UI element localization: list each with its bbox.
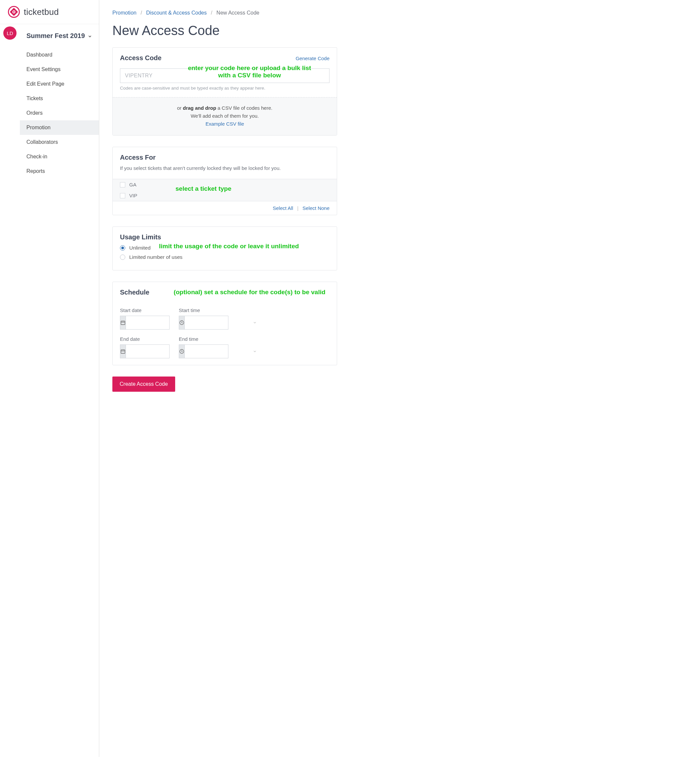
select-all-link[interactable]: Select All: [273, 205, 293, 211]
main-content: Promotion / Discount & Access Codes / Ne…: [99, 0, 350, 757]
calendar-icon: [120, 316, 126, 329]
annotation-schedule: (optional) set a schedule for the code(s…: [166, 289, 333, 296]
start-date-field: Start date: [120, 307, 170, 330]
nav-list: Dashboard Event Settings Edit Event Page…: [20, 45, 99, 180]
breadcrumb-promotion[interactable]: Promotion: [112, 10, 136, 16]
ticket-checkbox-ga[interactable]: [120, 182, 125, 188]
usage-radio-limited[interactable]: [120, 255, 125, 260]
chevron-down-icon: [253, 316, 257, 329]
calendar-icon: [120, 345, 126, 358]
example-csv-link[interactable]: Example CSV file: [206, 121, 244, 127]
page-title: New Access Code: [112, 23, 337, 38]
end-time-field: End time: [179, 336, 228, 358]
end-date-input-group[interactable]: [120, 344, 170, 358]
start-date-input-group[interactable]: [120, 316, 170, 330]
sidebar-item-edit-event-page[interactable]: Edit Event Page: [20, 77, 99, 91]
breadcrumb: Promotion / Discount & Access Codes / Ne…: [112, 10, 337, 16]
brand-row[interactable]: ticketbud: [0, 0, 99, 24]
clock-icon: [179, 316, 185, 329]
end-date-field: End date: [120, 336, 170, 358]
create-access-code-button[interactable]: Create Access Code: [112, 377, 175, 392]
sidebar-item-event-settings[interactable]: Event Settings: [20, 62, 99, 77]
select-bar: Select All | Select None: [113, 201, 337, 215]
usage-option-unlimited[interactable]: Unlimited: [120, 245, 330, 251]
start-time-input[interactable]: [185, 316, 253, 329]
sidebar-item-collaborators[interactable]: Collaborators: [20, 135, 99, 149]
schedule-heading: Schedule: [120, 289, 149, 296]
access-code-helper: Codes are case-sensitive and must be typ…: [120, 86, 330, 91]
event-name: Summer Fest 2019: [27, 31, 85, 40]
usage-radio-unlimited[interactable]: [120, 245, 125, 250]
access-code-input[interactable]: [120, 69, 330, 83]
breadcrumb-current: New Access Code: [217, 10, 259, 16]
usage-heading: Usage Limits: [120, 233, 330, 241]
access-code-card: Generate Code Access Code enter your cod…: [112, 47, 337, 136]
sidebar-item-check-in[interactable]: Check-in: [20, 149, 99, 164]
event-switcher[interactable]: Summer Fest 2019: [20, 24, 99, 45]
ticket-checkbox-vip[interactable]: [120, 193, 125, 198]
left-rail: LD: [0, 0, 20, 757]
sidebar-item-promotion[interactable]: Promotion: [20, 120, 99, 135]
end-time-input-group[interactable]: [179, 344, 228, 358]
access-for-subtext: If you select tickets that aren't curren…: [120, 165, 330, 171]
svg-point-3: [13, 11, 15, 13]
usage-limits-card: Usage Limits Unlimited Limited number of…: [112, 227, 337, 271]
csv-dropzone[interactable]: or drag and drop a CSV file of codes her…: [113, 97, 337, 135]
svg-rect-4: [121, 321, 125, 325]
sidebar-item-orders[interactable]: Orders: [20, 106, 99, 120]
sidebar-item-tickets[interactable]: Tickets: [20, 91, 99, 106]
chevron-down-icon: [88, 34, 92, 40]
schedule-card: Schedule (optional) set a schedule for t…: [112, 282, 337, 365]
chevron-down-icon: [253, 345, 257, 358]
svg-rect-9: [121, 350, 125, 353]
start-time-input-group[interactable]: [179, 316, 228, 330]
breadcrumb-discount-access[interactable]: Discount & Access Codes: [146, 10, 206, 16]
ticket-row-vip[interactable]: VIP: [113, 190, 337, 201]
usage-option-limited[interactable]: Limited number of uses: [120, 254, 330, 260]
ticket-row-ga[interactable]: GA: [113, 179, 337, 190]
select-none-link[interactable]: Select None: [302, 205, 330, 211]
user-avatar[interactable]: LD: [3, 27, 17, 40]
end-time-input[interactable]: [185, 345, 253, 358]
generate-code-link[interactable]: Generate Code: [295, 56, 330, 61]
ticket-type-list: GA VIP select a ticket type: [113, 179, 337, 201]
sidebar: ticketbud Summer Fest 2019 Dashboard Eve…: [20, 0, 99, 757]
start-time-field: Start time: [179, 307, 228, 330]
sidebar-item-dashboard[interactable]: Dashboard: [20, 48, 99, 62]
brand-name: ticketbud: [24, 7, 59, 17]
access-for-card: Access For If you select tickets that ar…: [112, 147, 337, 215]
brand-logo-icon: [8, 6, 20, 18]
access-for-heading: Access For: [120, 154, 330, 161]
clock-icon: [179, 345, 185, 358]
avatar-initials: LD: [6, 30, 13, 36]
sidebar-item-reports[interactable]: Reports: [20, 164, 99, 178]
